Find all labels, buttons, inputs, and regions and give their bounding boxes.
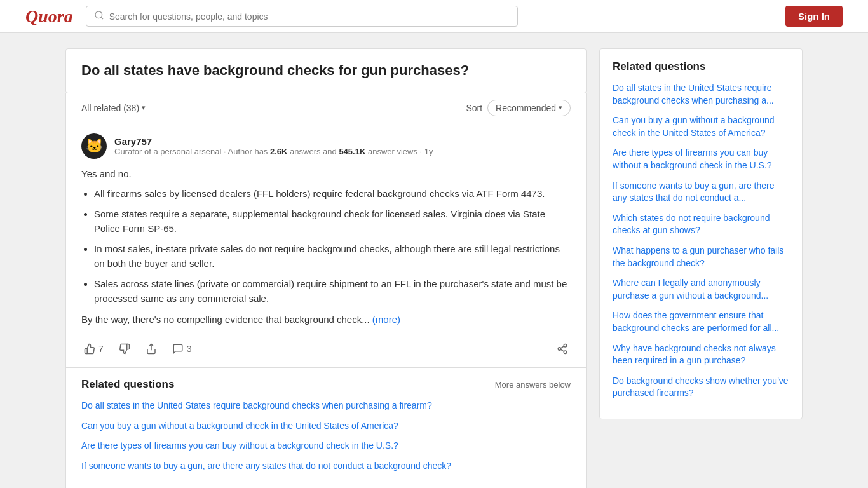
svg-line-6 — [560, 349, 564, 351]
sidebar-link-9[interactable]: Why have background checks not always be… — [613, 342, 789, 367]
sort-label: Sort — [466, 103, 482, 113]
related-main-title: Related questions — [81, 378, 174, 391]
page-content: Do all states have background checks for… — [53, 48, 815, 488]
answer-card: 🐱 Gary757 Curator of a personal arsenal … — [65, 123, 587, 369]
svg-point-4 — [558, 348, 561, 351]
author-meta: Curator of a personal arsenal · Author h… — [114, 147, 433, 156]
bullet-2: Some states require a separate, suppleme… — [94, 207, 571, 236]
main-column: Do all states have background checks for… — [65, 48, 587, 488]
sidebar-link-3[interactable]: Are there types of firearms you can buy … — [613, 147, 789, 172]
answer-intro: Yes and no. — [81, 166, 571, 182]
header-right: Sign In — [785, 6, 843, 27]
bullet-3: In most sales, in-state private sales do… — [94, 242, 571, 271]
search-input[interactable] — [109, 11, 510, 22]
all-related-label: All related (38) — [81, 103, 139, 113]
downvote-icon — [119, 343, 130, 355]
all-related-chevron: ▾ — [142, 104, 146, 112]
downvote-button[interactable] — [116, 341, 133, 357]
answer-text: Yes and no. All firearms sales by licens… — [81, 166, 571, 328]
related-header: Related questions More answers below — [81, 378, 571, 391]
sidebar-link-6[interactable]: What happens to a gun purchaser who fail… — [613, 245, 789, 269]
sort-chevron: ▾ — [559, 104, 562, 112]
sign-in-button[interactable]: Sign In — [785, 6, 843, 27]
svg-point-3 — [564, 344, 567, 348]
answer-outro-text: By the way, there's no compelling eviden… — [81, 314, 370, 325]
comment-icon — [172, 343, 184, 355]
more-answers-label: More answers below — [495, 380, 571, 390]
answer-bullets: All firearms sales by licensed dealers (… — [81, 187, 571, 306]
svg-line-1 — [101, 17, 103, 19]
answers-label: answers and — [287, 147, 339, 156]
svg-point-5 — [564, 351, 567, 354]
sidebar-card: Related questions Do all states in the U… — [599, 48, 803, 419]
views-label: answer views · 1y — [365, 147, 433, 156]
upvote-button[interactable]: 7 — [81, 341, 106, 357]
bullet-1: All firearms sales by licensed dealers (… — [94, 187, 571, 201]
upvote-icon — [84, 343, 95, 355]
external-share-button[interactable] — [554, 341, 571, 357]
bullet-4: Sales across state lines (private or com… — [94, 277, 571, 306]
sort-option-label: Recommended — [496, 103, 556, 113]
author-info: Gary757 Curator of a personal arsenal · … — [114, 136, 433, 156]
avatar: 🐱 — [81, 133, 107, 159]
answers-count: 2.6K — [270, 147, 287, 156]
sidebar-link-5[interactable]: Which states do not require background c… — [613, 212, 789, 237]
sidebar-link-8[interactable]: How does the government ensure that back… — [613, 309, 789, 334]
related-main-link-4[interactable]: If someone wants to buy a gun, are there… — [81, 460, 571, 473]
question-title: Do all states have background checks for… — [81, 62, 571, 80]
all-related[interactable]: All related (38) ▾ — [81, 103, 146, 113]
share-button[interactable] — [143, 341, 159, 357]
question-box: Do all states have background checks for… — [65, 48, 587, 93]
avatar-icon: 🐱 — [86, 138, 103, 154]
answer-outro: By the way, there's no compelling eviden… — [81, 312, 571, 327]
sidebar-link-7[interactable]: Where can I legally and anonymously purc… — [613, 277, 789, 302]
answer-actions: 7 3 — [81, 334, 571, 357]
related-main-link-3[interactable]: Are there types of firearms you can buy … — [81, 440, 571, 452]
search-icon — [94, 10, 104, 22]
sort-section: Sort Recommended ▾ — [466, 100, 571, 116]
comment-button[interactable]: 3 — [170, 341, 194, 357]
author-name[interactable]: Gary757 — [114, 136, 433, 147]
views-count: 545.1K — [339, 147, 365, 156]
sort-dropdown[interactable]: Recommended ▾ — [487, 100, 571, 116]
comment-count: 3 — [187, 344, 192, 354]
logo[interactable]: Quora — [25, 6, 73, 27]
author-meta-prefix: Curator of a personal arsenal · Author h… — [114, 147, 270, 156]
svg-line-7 — [560, 346, 564, 348]
sidebar: Related questions Do all states in the U… — [599, 48, 803, 488]
sidebar-link-10[interactable]: Do background checks show whether you've… — [613, 375, 789, 400]
upvote-count: 7 — [98, 344, 104, 354]
related-in-main: Related questions More answers below Do … — [65, 368, 587, 488]
sidebar-link-2[interactable]: Can you buy a gun without a background c… — [613, 114, 789, 139]
header: Quora Sign In — [0, 0, 868, 33]
svg-point-0 — [95, 11, 102, 18]
more-link[interactable]: (more) — [372, 314, 400, 325]
sidebar-title: Related questions — [613, 60, 789, 73]
sidebar-link-4[interactable]: If someone wants to buy a gun, are there… — [613, 180, 789, 205]
related-main-link-2[interactable]: Can you buy a gun without a background c… — [81, 420, 571, 433]
share-icon — [146, 343, 157, 355]
external-share-icon — [557, 343, 568, 355]
related-main-link-1[interactable]: Do all states in the United States requi… — [81, 400, 571, 412]
search-bar — [86, 6, 518, 27]
author-row: 🐱 Gary757 Curator of a personal arsenal … — [81, 133, 571, 159]
sidebar-link-1[interactable]: Do all states in the United States requi… — [613, 82, 789, 107]
sort-bar: All related (38) ▾ Sort Recommended ▾ — [65, 93, 587, 123]
